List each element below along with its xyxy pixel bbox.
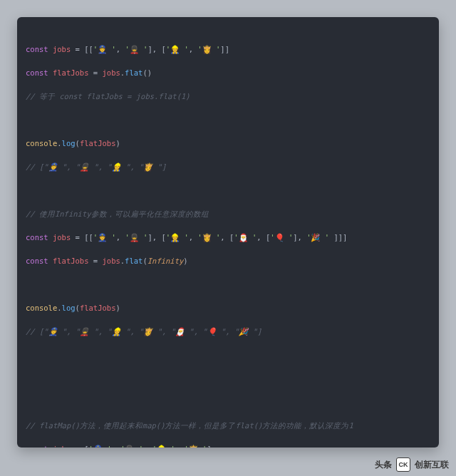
comment: // 使用Infinity参数，可以扁平化任意深度的数组 (26, 208, 430, 220)
comment: // ["👮 ", "💂 ", "👷 ", "👸 "] (26, 161, 430, 173)
code-block: const jobs = [['👮 ', '💂 '], ['👷 ', '👸 ']… (17, 17, 439, 447)
brand-logo-icon: CK (396, 457, 410, 472)
watermark-footer: 头条 CK 创新互联 (375, 457, 449, 472)
comment: // ["👮 ", "💂 ", "👷 ", "👸 ", "🎅 ", "🎈 ", … (26, 326, 430, 338)
comment: // flatMap()方法，使用起来和map()方法一样，但是多了flat()… (26, 420, 430, 432)
footer-text-right: 创新互联 (415, 459, 449, 471)
comment: // 等于 const flatJobs = jobs.flat(1) (26, 90, 430, 103)
footer-text-left: 头条 (375, 459, 392, 471)
